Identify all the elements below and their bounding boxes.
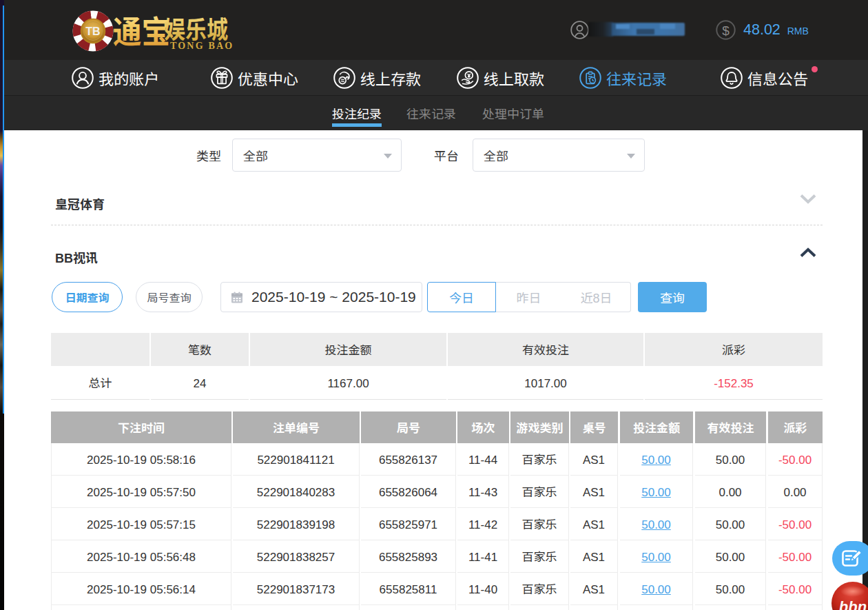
svg-text:$: $ [722,23,730,38]
svg-text:TONG BAO: TONG BAO [170,41,234,51]
svg-text:通宝: 通宝 [113,8,170,53]
svg-text:TB: TB [85,26,100,37]
